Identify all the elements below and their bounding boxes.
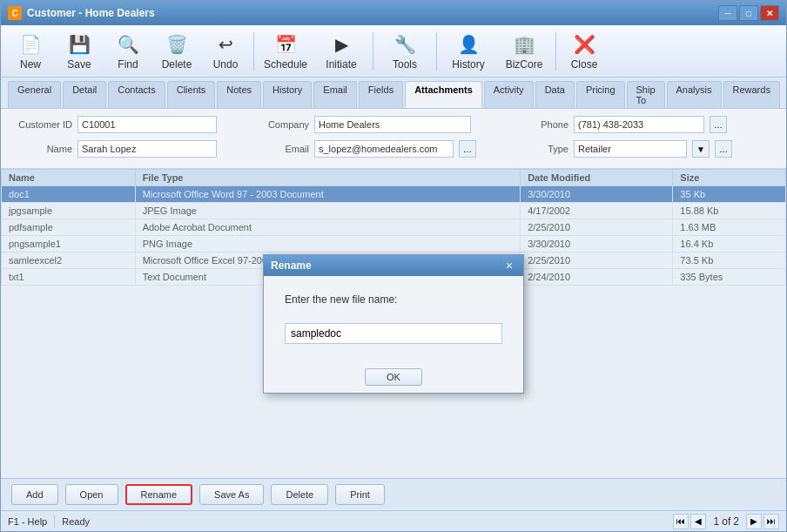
nav-controls: ⏮ ◀ 1 of 2 ▶ ⏭ — [673, 514, 779, 529]
window-title: Customer - Home Dealers — [27, 7, 713, 19]
tab-rewards[interactable]: Rewards — [723, 81, 780, 108]
save-as-button[interactable]: Save As — [199, 484, 264, 505]
nav-first-button[interactable]: ⏮ — [673, 514, 689, 529]
initiate-button[interactable]: ▶ Initiate — [315, 30, 367, 73]
tab-pricing[interactable]: Pricing — [576, 81, 625, 108]
modal-footer: OK — [264, 361, 523, 393]
new-button[interactable]: 📄 New — [8, 30, 53, 73]
email-browse-button[interactable]: … — [459, 140, 476, 158]
content-body: Name File Type Date Modified Size doc1Mi… — [1, 169, 786, 478]
status-bar: F1 - Help Ready ⏮ ◀ 1 of 2 ▶ ⏭ — [1, 510, 786, 531]
name-row: Name — [11, 140, 217, 158]
modal-body: Enter the new file name: — [264, 276, 523, 361]
undo-icon: ↩ — [213, 32, 238, 57]
tab-clients[interactable]: Clients — [167, 81, 216, 108]
initiate-icon: ▶ — [329, 32, 353, 57]
find-icon: 🔍 — [116, 32, 140, 57]
close-window-button[interactable]: ✕ — [760, 5, 779, 21]
type-dropdown-button[interactable]: ▼ — [692, 140, 710, 158]
modal-prompt: Enter the new file name: — [285, 293, 502, 306]
phone-label: Phone — [508, 119, 568, 130]
name-input[interactable] — [77, 140, 217, 158]
tab-detail[interactable]: Detail — [63, 81, 106, 108]
page-info: 1 of 2 — [708, 515, 744, 528]
bottom-bar: Add Open Rename Save As Delete Print — [1, 478, 786, 510]
status-ready: Ready — [62, 516, 90, 527]
toolbar-divider-1 — [253, 32, 254, 71]
window-controls: ─ □ ✕ — [718, 5, 779, 21]
toolbar-divider-2 — [373, 32, 373, 71]
customer-id-label: Customer ID — [11, 119, 72, 130]
type-label: Type — [508, 144, 568, 154]
rename-button[interactable]: Rename — [125, 484, 193, 505]
tab-attachments[interactable]: Attachments — [405, 81, 482, 108]
delete-toolbar-button[interactable]: 🗑️ Delete — [154, 30, 199, 73]
add-button[interactable]: Add — [11, 484, 58, 505]
nav-last-button[interactable]: ⏭ — [763, 514, 779, 529]
delete-icon: 🗑️ — [165, 32, 189, 57]
company-row: Company — [248, 116, 476, 133]
tab-general[interactable]: General — [8, 81, 61, 108]
maximize-button[interactable]: □ — [739, 5, 758, 21]
tab-bar: General Detail Contacts Clients Notes Hi… — [1, 77, 786, 109]
delete-action-button[interactable]: Delete — [271, 484, 328, 505]
toolbar-divider-3 — [436, 32, 437, 71]
bizcore-button[interactable]: 🏢 BizCore — [498, 30, 550, 73]
history-toolbar-button[interactable]: 👤 History — [442, 30, 494, 73]
ok-button[interactable]: OK — [365, 368, 422, 386]
content-area: Name File Type Date Modified Size doc1Mi… — [1, 169, 786, 510]
tab-email[interactable]: Email — [313, 81, 357, 108]
tab-data[interactable]: Data — [535, 81, 575, 108]
email-label: Email — [248, 144, 309, 154]
email-row: Email … — [248, 140, 476, 158]
status-divider-1 — [54, 515, 55, 528]
type-input[interactable] — [574, 140, 687, 158]
print-button[interactable]: Print — [335, 484, 385, 505]
tools-icon: 🔧 — [393, 32, 417, 57]
tab-history[interactable]: History — [263, 81, 312, 108]
main-window: C Customer - Home Dealers ─ □ ✕ 📄 New 💾 … — [0, 0, 787, 532]
new-icon: 📄 — [18, 32, 43, 57]
tab-activity[interactable]: Activity — [484, 81, 534, 108]
save-icon: 💾 — [67, 32, 91, 57]
app-icon: C — [8, 6, 22, 20]
tab-analysis[interactable]: Analysis — [667, 81, 722, 108]
title-bar: C Customer - Home Dealers ─ □ ✕ — [1, 1, 786, 25]
email-input[interactable] — [314, 140, 454, 158]
tab-shipto[interactable]: Ship To — [627, 81, 665, 108]
phone-input[interactable] — [574, 116, 704, 133]
name-label: Name — [11, 144, 72, 154]
find-button[interactable]: 🔍 Find — [105, 30, 151, 73]
undo-button[interactable]: ↩ Undo — [203, 30, 248, 73]
schedule-button[interactable]: 📅 Schedule — [259, 30, 312, 73]
tab-fields[interactable]: Fields — [359, 81, 403, 108]
history-icon: 👤 — [456, 32, 481, 57]
modal-overlay: Rename × Enter the new file name: OK — [1, 169, 786, 478]
minimize-button[interactable]: ─ — [718, 5, 737, 21]
toolbar: 📄 New 💾 Save 🔍 Find 🗑️ Delete ↩ Undo 📅 S… — [1, 25, 786, 77]
bizcore-icon: 🏢 — [512, 32, 536, 57]
toolbar-divider-4 — [555, 32, 556, 71]
save-button[interactable]: 💾 Save — [57, 30, 102, 73]
open-button[interactable]: Open — [65, 484, 118, 505]
tools-button[interactable]: 🔧 Tools — [379, 30, 431, 73]
company-input[interactable] — [314, 116, 471, 133]
nav-next-button[interactable]: ▶ — [746, 514, 762, 529]
form-area: Customer ID Name Company Email … Phone — [1, 109, 786, 169]
close-toolbar-button[interactable]: ❌ Close — [562, 30, 607, 73]
tab-contacts[interactable]: Contacts — [108, 81, 165, 108]
company-label: Company — [248, 119, 309, 130]
tab-notes[interactable]: Notes — [217, 81, 261, 108]
close-toolbar-icon: ❌ — [572, 32, 596, 57]
modal-close-button[interactable]: × — [502, 259, 516, 273]
phone-browse-button[interactable]: … — [710, 116, 727, 133]
f1-help: F1 - Help — [8, 516, 47, 527]
nav-prev-button[interactable]: ◀ — [690, 514, 706, 529]
type-row: Type ▼ … — [508, 140, 732, 158]
modal-title-bar: Rename × — [264, 255, 523, 276]
rename-input[interactable] — [285, 323, 502, 344]
customer-id-input[interactable] — [77, 116, 217, 133]
rename-dialog: Rename × Enter the new file name: OK — [263, 254, 524, 394]
modal-title-text: Rename — [271, 259, 312, 272]
type-browse-button[interactable]: … — [715, 140, 732, 158]
